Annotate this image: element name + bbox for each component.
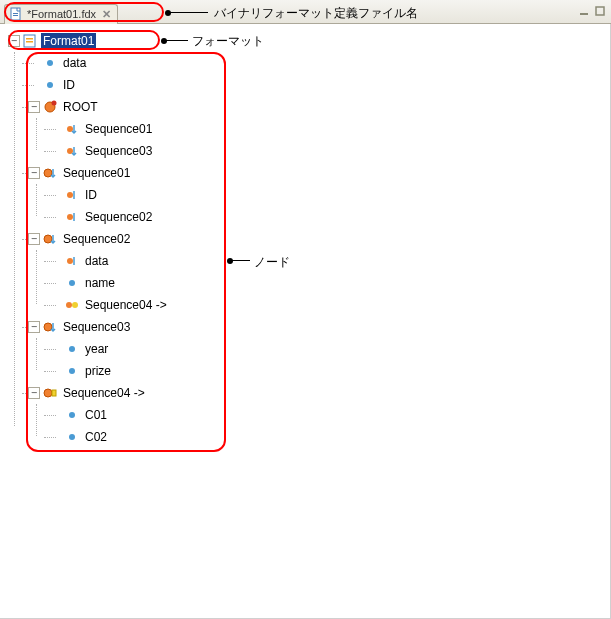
seq-link-icon [64,297,80,313]
annotation-dot [227,258,233,264]
tree-node[interactable]: Sequence04 -> [8,294,611,316]
svg-point-24 [69,368,75,374]
tree-label[interactable]: Sequence02 [61,231,132,247]
seq-ref-icon [64,209,80,225]
expander-icon[interactable]: − [28,321,40,333]
seq-ref-icon [64,187,80,203]
tree-node[interactable]: ID [8,184,611,206]
tree-label[interactable]: ROOT [61,99,100,115]
tree-label[interactable]: ID [61,77,77,93]
annotation-format: フォーマット [192,33,264,50]
sequence-icon [42,231,58,247]
svg-rect-2 [13,15,18,16]
tab-format01[interactable]: *Format01.fdx ✕ [4,4,118,24]
tree-view[interactable]: − Format01 data ID [0,30,611,448]
tree-label[interactable]: Sequence04 -> [83,297,169,313]
tree-node[interactable]: Sequence03 [8,140,611,162]
attribute-icon [64,275,80,291]
tree-label[interactable]: Sequence03 [61,319,132,335]
svg-rect-3 [580,13,588,15]
tree-label[interactable]: Sequence03 [83,143,154,159]
svg-point-16 [67,214,73,220]
svg-rect-6 [26,38,33,40]
attribute-icon [42,55,58,71]
svg-point-25 [44,389,52,397]
seq-ref-icon [64,121,80,137]
tree-node[interactable]: ID [8,74,611,96]
sequence-icon [42,319,58,335]
tree-label[interactable]: data [83,253,110,269]
tree-node[interactable]: − Sequence04 -> [8,382,611,404]
tree-label[interactable]: ID [83,187,99,203]
svg-point-11 [52,101,57,106]
sequence-icon [42,165,58,181]
tree-node[interactable]: − Sequence03 [8,316,611,338]
file-icon [9,7,23,21]
tab-title: *Format01.fdx [27,8,96,20]
annotation-dot [161,38,167,44]
expander-icon[interactable]: − [28,233,40,245]
tree-label[interactable]: name [83,275,117,291]
annotation-line [230,260,250,261]
svg-point-18 [67,258,73,264]
window-controls [577,4,607,18]
expander-icon[interactable]: − [28,167,40,179]
annotation-node: ノード [254,254,290,271]
attribute-icon [42,77,58,93]
tree-label[interactable]: Sequence02 [83,209,154,225]
annotation-line [164,40,188,41]
tree-node[interactable]: − Sequence01 [8,162,611,184]
svg-point-19 [69,280,75,286]
tree-label[interactable]: Sequence04 -> [61,385,147,401]
expander-icon[interactable]: − [28,101,40,113]
seq-ref-icon [64,253,80,269]
svg-rect-26 [52,390,56,396]
svg-rect-1 [13,13,18,14]
minimize-icon[interactable] [577,4,591,18]
tree-node[interactable]: data [8,250,611,272]
tree-node[interactable]: Sequence01 [8,118,611,140]
expander-icon[interactable]: − [28,387,40,399]
annotation-line [168,12,208,13]
annotation-filename: バイナリフォーマット定義ファイル名 [214,5,418,22]
seq-ref-icon [64,143,80,159]
tree-node[interactable]: year [8,338,611,360]
annotation-dot [165,10,171,16]
maximize-icon[interactable] [593,4,607,18]
tree-node-root[interactable]: − Format01 [8,30,611,52]
tree-node[interactable]: data [8,52,611,74]
attribute-icon [64,341,80,357]
svg-point-8 [47,60,53,66]
tree-node[interactable]: − Sequence02 [8,228,611,250]
sequence-link-icon [42,385,58,401]
attribute-icon [64,407,80,423]
svg-point-27 [69,412,75,418]
format-root-icon [22,33,38,49]
tree-node[interactable]: Sequence02 [8,206,611,228]
tree-node[interactable]: name [8,272,611,294]
svg-rect-7 [26,41,33,43]
tree-label[interactable]: C01 [83,407,109,423]
attribute-icon [64,363,80,379]
svg-point-23 [69,346,75,352]
svg-point-28 [69,434,75,440]
tree-node[interactable]: C01 [8,404,611,426]
svg-rect-4 [596,7,604,15]
tree-node[interactable]: prize [8,360,611,382]
tree-label[interactable]: prize [83,363,113,379]
tree-label[interactable]: C02 [83,429,109,445]
tree-label[interactable]: year [83,341,110,357]
root-seq-icon [42,99,58,115]
tree-node-root-seq[interactable]: − ROOT [8,96,611,118]
svg-point-20 [66,302,72,308]
svg-point-9 [47,82,53,88]
attribute-icon [64,429,80,445]
tree-label[interactable]: Sequence01 [83,121,154,137]
expander-icon[interactable]: − [8,35,20,47]
tree-label-format01[interactable]: Format01 [41,33,96,49]
svg-point-21 [72,302,78,308]
tree-label[interactable]: data [61,55,88,71]
tree-label[interactable]: Sequence01 [61,165,132,181]
tree-node[interactable]: C02 [8,426,611,448]
close-icon[interactable]: ✕ [102,8,111,21]
